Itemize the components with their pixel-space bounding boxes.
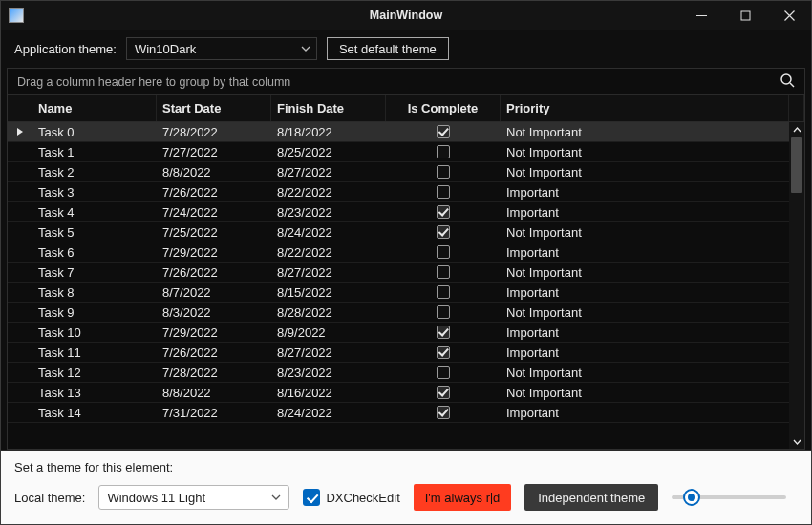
cell-start[interactable]: 8/8/2022	[157, 386, 271, 400]
cell-complete[interactable]	[386, 225, 501, 239]
checkbox-icon[interactable]	[437, 366, 450, 379]
slider-thumb[interactable]	[683, 489, 700, 506]
cell-name[interactable]: Task 0	[32, 125, 157, 139]
cell-priority[interactable]: Not Important	[501, 225, 789, 240]
column-header-start[interactable]: Start Date	[157, 95, 271, 121]
cell-finish[interactable]: 8/9/2022	[271, 326, 386, 340]
table-row[interactable]: Task 28/8/20228/27/2022Not Important	[8, 162, 804, 182]
scrollbar-thumb[interactable]	[791, 137, 802, 193]
cell-start[interactable]: 7/27/2022	[157, 145, 271, 159]
cell-complete[interactable]	[386, 406, 501, 419]
cell-start[interactable]: 7/31/2022	[157, 406, 271, 420]
cell-priority[interactable]: Important	[501, 245, 789, 260]
independent-theme-button[interactable]: Independent theme	[524, 484, 658, 511]
cell-priority[interactable]: Not Important	[501, 366, 789, 380]
cell-complete[interactable]	[386, 125, 501, 138]
cell-name[interactable]: Task 7	[32, 265, 157, 280]
cell-name[interactable]: Task 4	[32, 205, 157, 220]
cell-finish[interactable]: 8/18/2022	[271, 125, 386, 139]
checkbox-icon[interactable]	[437, 125, 450, 138]
cell-start[interactable]: 7/28/2022	[157, 366, 271, 380]
cell-priority[interactable]: Not Important	[501, 305, 789, 320]
cell-complete[interactable]	[386, 366, 501, 379]
cell-name[interactable]: Task 11	[32, 346, 157, 360]
column-header-name[interactable]: Name	[32, 95, 157, 121]
cell-priority[interactable]: Not Important	[501, 165, 789, 179]
cell-start[interactable]: 7/25/2022	[157, 225, 271, 240]
cell-name[interactable]: Task 5	[32, 225, 157, 240]
cell-complete[interactable]	[386, 305, 501, 319]
checkbox-icon[interactable]	[437, 265, 450, 279]
cell-name[interactable]: Task 9	[32, 305, 157, 320]
column-header-complete[interactable]: Is Complete	[386, 95, 501, 121]
cell-finish[interactable]: 8/28/2022	[271, 305, 386, 320]
cell-start[interactable]: 8/8/2022	[157, 165, 271, 179]
cell-complete[interactable]	[386, 165, 501, 178]
cell-priority[interactable]: Not Important	[501, 265, 789, 280]
cell-start[interactable]: 7/28/2022	[157, 125, 271, 139]
checkbox-icon[interactable]	[437, 346, 450, 359]
table-row[interactable]: Task 117/26/20228/27/2022Important	[8, 343, 804, 363]
table-row[interactable]: Task 47/24/20228/23/2022Important	[8, 202, 804, 222]
checkbox-icon[interactable]	[437, 326, 450, 339]
checkbox-icon[interactable]	[437, 305, 450, 319]
cell-finish[interactable]: 8/16/2022	[271, 386, 386, 400]
cell-name[interactable]: Task 12	[32, 366, 157, 380]
table-row[interactable]: Task 57/25/20228/24/2022Not Important	[8, 222, 804, 242]
cell-start[interactable]: 7/29/2022	[157, 245, 271, 260]
cell-name[interactable]: Task 13	[32, 386, 157, 400]
cell-finish[interactable]: 8/15/2022	[271, 285, 386, 300]
cell-complete[interactable]	[386, 265, 501, 279]
scroll-down-icon[interactable]	[789, 433, 804, 449]
group-by-panel[interactable]: Drag a column header here to group by th…	[8, 69, 804, 95]
checkbox-icon[interactable]	[437, 185, 450, 199]
table-row[interactable]: Task 88/7/20228/15/2022Important	[8, 283, 804, 303]
cell-complete[interactable]	[386, 386, 501, 399]
cell-priority[interactable]: Important	[501, 406, 789, 420]
local-theme-combo[interactable]: Windows 11 Light	[98, 485, 289, 510]
cell-name[interactable]: Task 2	[32, 165, 157, 179]
table-row[interactable]: Task 107/29/20228/9/2022Important	[8, 323, 804, 343]
cell-finish[interactable]: 8/27/2022	[271, 346, 386, 360]
cell-name[interactable]: Task 1	[32, 145, 157, 159]
cell-name[interactable]: Task 6	[32, 245, 157, 260]
checkbox-icon[interactable]	[437, 406, 450, 419]
cell-complete[interactable]	[386, 326, 501, 339]
cell-name[interactable]: Task 10	[32, 326, 157, 340]
table-row[interactable]: Task 127/28/20228/23/2022Not Important	[8, 363, 804, 383]
cell-complete[interactable]	[386, 205, 501, 219]
cell-complete[interactable]	[386, 285, 501, 299]
cell-finish[interactable]: 8/27/2022	[271, 165, 386, 179]
cell-priority[interactable]: Important	[501, 285, 789, 300]
cell-complete[interactable]	[386, 185, 501, 199]
always-red-button[interactable]: I'm always rd	[414, 484, 511, 511]
dx-check-edit[interactable]: DXCheckEdit	[303, 489, 399, 506]
checkbox-icon[interactable]	[437, 285, 450, 299]
close-button[interactable]	[767, 1, 811, 30]
cell-finish[interactable]: 8/27/2022	[271, 265, 386, 280]
cell-start[interactable]: 7/26/2022	[157, 185, 271, 200]
cell-priority[interactable]: Not Important	[501, 386, 789, 400]
cell-complete[interactable]	[386, 245, 501, 259]
cell-finish[interactable]: 8/22/2022	[271, 185, 386, 200]
cell-start[interactable]: 7/26/2022	[157, 346, 271, 360]
cell-start[interactable]: 8/7/2022	[157, 285, 271, 300]
checkbox-icon[interactable]	[437, 225, 450, 239]
cell-name[interactable]: Task 3	[32, 185, 157, 200]
cell-finish[interactable]: 8/25/2022	[271, 145, 386, 159]
title-bar[interactable]: MainWindow	[1, 1, 811, 30]
cell-priority[interactable]: Important	[501, 205, 789, 220]
vertical-scrollbar[interactable]	[789, 122, 804, 449]
cell-complete[interactable]	[386, 346, 501, 359]
checkbox-icon[interactable]	[437, 165, 450, 178]
cell-finish[interactable]: 8/23/2022	[271, 366, 386, 380]
cell-finish[interactable]: 8/22/2022	[271, 245, 386, 260]
cell-start[interactable]: 7/24/2022	[157, 205, 271, 220]
cell-priority[interactable]: Not Important	[501, 145, 789, 159]
table-row[interactable]: Task 67/29/20228/22/2022Important	[8, 242, 804, 262]
column-header-priority[interactable]: Priority	[501, 95, 789, 121]
cell-finish[interactable]: 8/24/2022	[271, 406, 386, 420]
checkbox-icon[interactable]	[437, 245, 450, 259]
cell-complete[interactable]	[386, 145, 501, 158]
table-row[interactable]: Task 37/26/20228/22/2022Important	[8, 182, 804, 202]
